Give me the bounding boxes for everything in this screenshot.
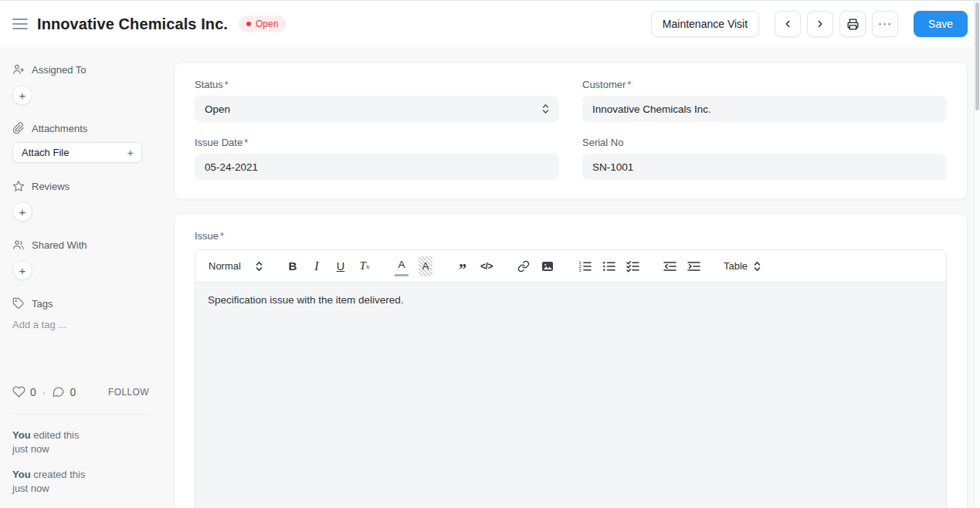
select-chevrons-icon [542,103,549,114]
follow-button[interactable]: FOLLOW [108,387,149,398]
select-chevrons-icon [256,261,263,272]
issue-editor-content[interactable]: Specification issue with the item delive… [195,283,946,508]
table-dropdown[interactable]: Table [724,256,761,276]
save-button[interactable]: Save [914,11,968,37]
add-assignment-button[interactable]: + [12,85,32,105]
issue-date-input[interactable]: 05-24-2021 [195,154,559,180]
reviews-label: Reviews [32,181,70,192]
tags-label: Tags [32,298,53,310]
clear-format-button[interactable]: Tx [358,256,371,276]
star-icon [12,180,25,192]
status-select-value: Open [205,103,230,115]
link-button[interactable] [517,256,531,276]
page-scrollbar[interactable] [974,1,980,508]
menu-button[interactable]: ··· [872,11,898,37]
check-list-icon [626,260,639,273]
clear-format-t: T [360,259,366,273]
plus-icon: + [127,147,134,159]
ellipsis-icon: ··· [878,16,892,29]
ordered-list-button[interactable]: 123 [578,256,592,276]
outdent-button[interactable] [663,256,677,276]
assigned-to-label: Assigned To [32,64,86,76]
status-dot-icon [246,22,251,26]
check-list-button[interactable] [626,256,639,276]
blockquote-button[interactable]: ” [456,259,470,279]
sidebar-divider [12,414,149,415]
activity-time: just now [12,442,149,456]
customer-field-label: Customer* [582,79,947,90]
engagement-row: 0 · 0 FOLLOW [12,385,149,398]
indent-icon [687,260,700,273]
comments-count: 0 [70,386,76,398]
printer-icon [846,18,860,31]
form-body: Status* Open Customer* Innovative Chemic… [161,47,980,508]
users-icon [12,239,25,251]
status-field: Status* Open [195,79,559,122]
svg-text:3: 3 [578,268,581,273]
attachments-label: Attachments [32,123,87,134]
likes-count: 0 [30,386,36,398]
form-sidebar: Assigned To + Attachments Attach File + … [0,47,161,508]
heart-icon[interactable] [12,385,25,398]
assigned-to-section-heading: Assigned To [12,63,149,76]
plus-icon: + [19,89,26,102]
customer-field: Customer* Innovative Chemicals Inc. [582,79,947,122]
prev-record-button[interactable] [775,11,801,37]
paragraph-format-dropdown[interactable]: Normal [209,256,263,276]
indent-button[interactable] [687,256,700,276]
required-asterisk: * [220,230,224,242]
italic-button[interactable]: I [310,256,324,276]
status-badge-label: Open [256,19,278,29]
highlight-color-button[interactable]: A [419,256,432,276]
tag-icon [12,297,25,310]
activity-actor: You [12,429,31,441]
clear-format-x: x [366,262,370,270]
activity-item: You edited this just now [12,428,149,456]
font-color-button[interactable]: A [395,256,409,276]
activity-log: You edited this just now You created thi… [12,428,149,496]
select-chevrons-icon [754,261,761,272]
shared-with-section-heading: Shared With [12,239,149,251]
serial-no-input[interactable]: SN-1001 [582,154,947,180]
sidebar-toggle-icon[interactable] [12,19,28,29]
maintenance-visit-button[interactable]: Maintenance Visit [651,11,759,37]
customer-input[interactable]: Innovative Chemicals Inc. [582,96,947,122]
next-record-button[interactable] [807,11,833,37]
bold-button[interactable]: B [286,256,300,276]
underline-button[interactable]: U [334,256,348,276]
attach-file-button[interactable]: Attach File + [12,142,142,163]
status-field-label: Status* [195,79,559,90]
editor-toolbar: Normal B I U Tx A A ” </> [195,250,946,283]
status-badge: Open [239,15,286,32]
activity-item: You created this just now [12,468,149,496]
shared-with-label: Shared With [32,239,87,251]
tags-section-heading: Tags [12,297,149,310]
activity-time: just now [12,482,149,496]
comment-icon[interactable] [52,385,65,398]
app-window: Innovative Chemicals Inc. Open Maintenan… [0,0,980,508]
issue-field-label: Issue* [195,230,947,242]
chevron-right-icon [815,19,826,29]
print-button[interactable] [839,11,866,37]
paperclip-icon [12,122,25,134]
image-icon [541,260,554,273]
status-select[interactable]: Open [195,96,559,122]
insert-image-button[interactable] [541,256,554,276]
details-card: Status* Open Customer* Innovative Chemic… [174,62,968,200]
plus-icon: + [19,264,26,277]
attachments-section-heading: Attachments [12,122,149,134]
separator-dot: · [42,386,46,398]
user-plus-icon [12,63,25,76]
bullet-list-button[interactable] [602,256,615,276]
bullet-list-icon [602,260,615,273]
code-button[interactable]: </> [480,256,493,276]
add-review-button[interactable]: + [12,202,32,222]
scrollbar-thumb[interactable] [975,2,979,110]
required-asterisk: * [244,137,248,148]
add-tag-input[interactable]: Add a tag ... [12,319,149,330]
activity-action: edited this [31,429,80,441]
add-share-button[interactable]: + [12,260,32,280]
table-dropdown-label: Table [724,260,748,272]
outdent-icon [663,260,677,273]
issue-date-field: Issue Date* 05-24-2021 [195,137,559,180]
